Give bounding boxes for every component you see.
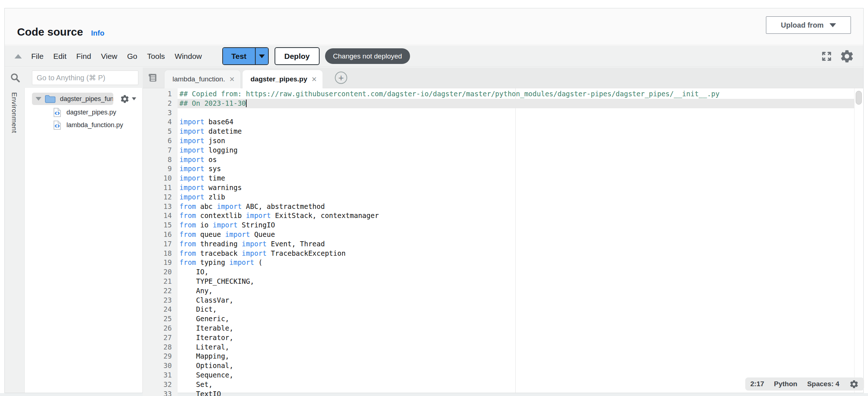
line-number: 20: [143, 267, 178, 277]
tab-lambda-function[interactable]: lambda_function.×: [164, 70, 241, 88]
tree-file-dagster_pipes.py[interactable]: dagster_pipes.py: [53, 106, 123, 119]
code-line-23: 23 ClassVar,: [143, 296, 854, 305]
code-line-text: import sys: [179, 164, 221, 174]
line-number: 4: [143, 117, 178, 127]
code-line-22: 22 Any,: [143, 286, 854, 296]
code-line-25: 25 Generic,: [143, 314, 854, 324]
line-number: 13: [143, 202, 178, 211]
changes-not-deployed-badge: Changes not deployed: [325, 48, 410, 64]
menu-item-edit[interactable]: Edit: [53, 52, 66, 61]
code-line-15: 15from io import StringIO: [143, 221, 854, 230]
deploy-button[interactable]: Deploy: [275, 47, 320, 65]
menu-items: FileEditFindViewGoToolsWindow: [31, 52, 202, 61]
line-number: 3: [143, 108, 178, 118]
code-line-text: from traceback import TracebackException: [179, 249, 346, 258]
menu-item-file[interactable]: File: [31, 52, 44, 61]
tab-dagster-pipes-py[interactable]: dagster_pipes.py×: [242, 70, 323, 88]
file-name: dagster_pipes.py: [66, 109, 116, 116]
chevron-down-icon: [132, 97, 136, 100]
tree-folder-selected[interactable]: dagster_pipes_funct: [32, 93, 113, 105]
tab-bar: lambda_function.×dagster_pipes.py× +: [143, 68, 863, 88]
tab-close-icon[interactable]: ×: [230, 75, 235, 84]
folder-name: dagster_pipes_funct: [60, 95, 113, 103]
code-line-8: 8import os: [143, 155, 854, 165]
text-cursor: [246, 100, 247, 107]
card-header: Code source Info Upload from: [5, 8, 863, 45]
cursor-position[interactable]: 2:17: [750, 380, 764, 388]
chevron-down-icon: [259, 54, 265, 58]
code-line-20: 20 IO,: [143, 267, 854, 277]
collapse-panel-icon[interactable]: [15, 54, 22, 58]
code-line-text: Set,: [179, 380, 213, 389]
line-number: 26: [143, 324, 178, 333]
search-icon: [10, 72, 21, 83]
code-line-10: 10import time: [143, 174, 854, 183]
code-line-26: 26 Iterable,: [143, 324, 854, 333]
menu-item-tools[interactable]: Tools: [147, 52, 165, 61]
line-number: 22: [143, 286, 178, 296]
statusbar-gear-icon[interactable]: [849, 379, 859, 389]
line-number: 11: [143, 183, 178, 193]
code-line-text: ## Copied from: https://raw.githubuserco…: [179, 89, 719, 99]
code-line-text: import warnings: [179, 183, 242, 193]
language-mode[interactable]: Python: [774, 380, 797, 388]
line-number: 7: [143, 146, 178, 155]
search-row: [5, 68, 143, 88]
code-line-7: 7import logging: [143, 146, 854, 155]
code-line-2: 2## On 2023-11-30: [143, 99, 854, 108]
line-number: 25: [143, 314, 178, 324]
line-number: 28: [143, 343, 178, 352]
menu-item-find[interactable]: Find: [76, 52, 91, 61]
folder-expand-caret-icon[interactable]: [36, 97, 41, 101]
code-line-13: 13from abc import ABC, abstractmethod: [143, 202, 854, 211]
spaces-setting[interactable]: Spaces: 4: [807, 380, 839, 388]
line-number: 17: [143, 239, 178, 249]
environment-label: Environment: [10, 92, 18, 133]
line-number: 24: [143, 305, 178, 314]
go-to-anything-input[interactable]: [32, 70, 138, 85]
tab-close-icon[interactable]: ×: [312, 75, 317, 84]
code-line-18: 18from traceback import TracebackExcepti…: [143, 249, 854, 258]
tree-files: dagster_pipes.pylambda_function.py: [53, 106, 123, 132]
fullscreen-icon[interactable]: [820, 50, 833, 62]
code-line-text: Generic,: [179, 314, 229, 324]
editor-scrollbar-thumb[interactable]: [856, 91, 862, 105]
line-number: 9: [143, 164, 178, 174]
code-line-text: Sequence,: [179, 371, 234, 380]
tabs: lambda_function.×dagster_pipes.py×: [164, 70, 323, 88]
code-line-text: import os: [179, 155, 217, 165]
test-dropdown-button[interactable]: [255, 48, 268, 64]
code-line-16: 16from queue import Queue: [143, 230, 854, 239]
code-line-text: Any,: [179, 286, 213, 296]
code-line-text: Literal,: [179, 343, 229, 352]
code-lines[interactable]: 1## Copied from: https://raw.githubuserc…: [143, 89, 854, 396]
line-number: 8: [143, 155, 178, 165]
menu-item-go[interactable]: Go: [127, 52, 137, 61]
tree-file-lambda_function.py[interactable]: lambda_function.py: [53, 119, 123, 132]
line-number: 29: [143, 352, 178, 361]
upload-from-button[interactable]: Upload from: [766, 16, 851, 34]
code-line-14: 14from contextlib import ExitStack, cont…: [143, 211, 854, 221]
tree-settings-button[interactable]: [120, 94, 136, 104]
menu-item-view[interactable]: View: [101, 52, 117, 61]
tab-list-icon[interactable]: [147, 73, 158, 83]
test-split-button[interactable]: Test: [222, 47, 269, 65]
code-line-text: from threading import Event, Thread: [179, 239, 325, 249]
test-button[interactable]: Test: [223, 48, 255, 64]
line-number: 15: [143, 221, 178, 230]
new-tab-button[interactable]: +: [335, 72, 347, 84]
code-line-text: from queue import Queue: [179, 230, 275, 239]
line-number: 23: [143, 296, 178, 305]
code-line-text: TYPE_CHECKING,: [179, 277, 254, 286]
code-line-28: 28 Literal,: [143, 343, 854, 352]
tree-folder-row[interactable]: dagster_pipes_funct: [32, 93, 136, 105]
editor-scrollbar[interactable]: [854, 88, 863, 393]
info-link[interactable]: Info: [91, 29, 105, 37]
code-line-text: import logging: [179, 146, 238, 155]
environment-strip[interactable]: Environment: [5, 88, 25, 393]
menu-item-window[interactable]: Window: [175, 52, 202, 61]
chevron-down-icon: [830, 23, 836, 27]
settings-gear-icon[interactable]: [839, 49, 855, 64]
code-line-text: IO,: [179, 267, 208, 277]
editor-statusbar: 2:17 Python Spaces: 4: [745, 377, 864, 391]
